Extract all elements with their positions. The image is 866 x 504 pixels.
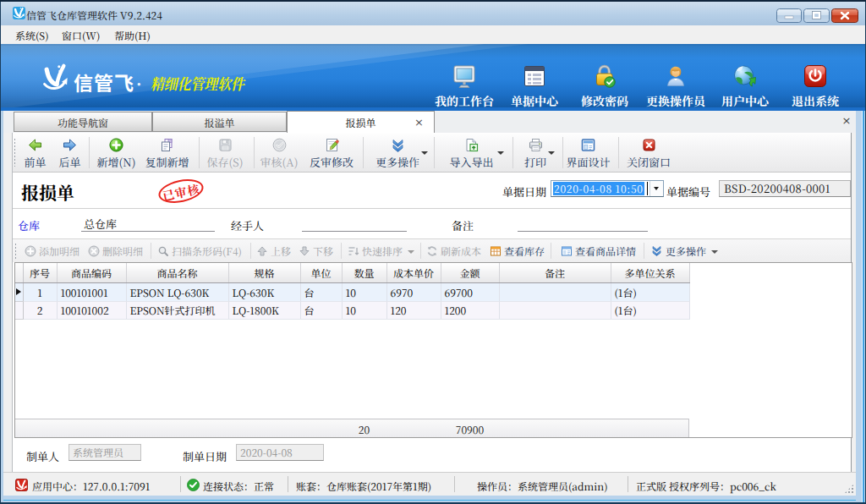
handler-field-underline[interactable] [302, 231, 407, 232]
menu-help[interactable]: 帮助(H) [114, 28, 151, 42]
banner-action-label: 单据中心 [499, 92, 570, 107]
toolbar-button-import-export[interactable]: 导入导出 [438, 135, 505, 170]
grid-column-header-9[interactable]: 备注 [499, 263, 611, 282]
toolbar-button-next-doc-arrow[interactable]: 后单 [52, 135, 87, 170]
grid-toolbar-button-move-up: 上移 [256, 239, 291, 262]
dropdown-caret-icon[interactable] [548, 151, 555, 155]
handler-label: 经手人 [231, 217, 264, 233]
dropdown-caret-icon[interactable] [408, 250, 414, 254]
toolbar-grip[interactable] [14, 138, 16, 167]
dropdown-caret-icon[interactable] [711, 250, 718, 254]
grid-cell[interactable]: 100101001 [57, 282, 126, 301]
tab-close-icon[interactable]: × [414, 118, 424, 127]
scan-barcode-icon [157, 244, 172, 258]
grid-cell[interactable]: 100101002 [57, 301, 126, 319]
toolbar-button-prev-doc-arrow[interactable]: 前单 [18, 135, 52, 170]
grid-column-header-4[interactable]: 规格 [228, 263, 300, 282]
grid-cell[interactable]: (1台) [611, 301, 689, 319]
tab-label: 报损单 [345, 115, 375, 129]
status-separator [628, 476, 628, 492]
menu-system[interactable]: 系统(S) [15, 28, 49, 42]
banner-action-documents[interactable]: 单据中心 [499, 63, 570, 106]
toolbar-button-add-new[interactable]: 新增(N) [92, 135, 140, 170]
tab-3[interactable]: 报损单× [287, 111, 435, 133]
grid-cell[interactable]: 1 [23, 282, 57, 301]
status-separator [454, 476, 455, 492]
grid-cell[interactable]: 10 [342, 301, 386, 319]
grid-cell[interactable]: EPSON针式打印机 [126, 301, 228, 319]
grid-column-header-3[interactable]: 商品名称 [126, 263, 228, 282]
tab-2[interactable]: 报溢单 [152, 112, 287, 132]
grid-toolbar-grip[interactable] [14, 243, 17, 259]
doc-date-dropdown-button[interactable] [650, 181, 663, 196]
banner-action-switch-user[interactable]: 更换操作员 [640, 63, 711, 106]
grid-column-header-7[interactable]: 成本单价 [386, 263, 441, 282]
grid-toolbar-button-label: 扫描条形码(F4) [172, 244, 242, 258]
grid-column-header-8[interactable]: 金额 [441, 263, 499, 282]
unaudit-edit-icon [304, 137, 359, 153]
doc-no-field[interactable]: BSD-20200408-0001 [719, 180, 851, 197]
grid-cell[interactable]: 台 [300, 282, 342, 301]
remark-field-underline[interactable] [518, 231, 648, 232]
warehouse-value[interactable]: 总仓库 [84, 216, 117, 232]
warehouse-field-underline[interactable] [81, 231, 215, 232]
toolbar-button-label: 打印 [524, 154, 546, 170]
grid-toolbar-separator [250, 243, 251, 259]
grid-column-header-10[interactable]: 多单位关系 [611, 263, 689, 282]
grid-cell[interactable]: 10 [342, 282, 386, 301]
status-connection: 连接状态：正常 [203, 479, 274, 493]
grid-column-header-2[interactable]: 商品编码 [57, 263, 126, 282]
grid-cell[interactable]: 120 [386, 301, 441, 319]
grid-toolbar-button-label: 刷新成本 [441, 244, 481, 258]
tab-1[interactable]: 功能导航窗 [14, 112, 152, 132]
titlebar[interactable]: 信管飞仓库管理软件 V9.2.424 [1, 2, 865, 25]
close-button[interactable] [831, 8, 858, 23]
view-stock-icon [490, 244, 504, 258]
grid-cell[interactable]: LQ-630K [228, 282, 300, 301]
grid-row-2[interactable]: 2100101002EPSON针式打印机LQ-1800K台101201200(1… [15, 301, 689, 319]
dropdown-caret-icon[interactable] [421, 151, 428, 155]
maximize-button[interactable] [803, 8, 830, 23]
grid-cell[interactable] [499, 282, 611, 301]
doc-date-combobox[interactable]: 2020-04-08 10:50 [551, 180, 664, 197]
grid-cell[interactable]: 台 [300, 301, 342, 319]
grid-column-header-6[interactable]: 数量 [342, 263, 386, 282]
grid-column-header-1[interactable]: 序号 [23, 263, 57, 282]
connection-ok-icon [187, 479, 200, 491]
dropdown-caret-icon[interactable] [497, 151, 504, 155]
toolbar-button-close-window[interactable]: 关闭窗口 [623, 135, 674, 170]
grid-cell[interactable] [499, 301, 611, 319]
audited-stamp: 已审核 [156, 176, 206, 207]
status-app-center: 应用中心：127.0.0.1:7091 [32, 479, 150, 493]
banner-action-workstation[interactable]: 我的工作台 [429, 63, 500, 106]
toolbar-button-label: 复制新增 [145, 154, 189, 170]
grid-cell[interactable]: 6970 [386, 282, 441, 301]
grid-cell[interactable]: 2 [23, 301, 57, 319]
menubar: 系统(S) 窗口(W) 帮助(H) [1, 25, 865, 44]
grid-toolbar-button-view-stock[interactable]: 查看库存 [490, 239, 545, 262]
grid-column-header-5[interactable]: 单位 [300, 263, 342, 282]
banner-action-exit-power[interactable]: 退出系统 [780, 63, 851, 106]
banner-action-password-lock[interactable]: 修改密码 [569, 63, 640, 106]
banner-action-user-center-globe[interactable]: 用户中心 [710, 63, 781, 106]
grid-row-1[interactable]: 1100101001EPSON LQ-630KLQ-630K台106970697… [15, 282, 689, 301]
minimize-button[interactable] [776, 8, 802, 23]
toolbar-button-unaudit-edit[interactable]: 反审修改 [304, 135, 359, 170]
toolbar-button-copy-new[interactable]: 复制新增 [141, 135, 193, 170]
toolbar-button-print[interactable]: 打印 [515, 135, 556, 170]
grid-cell[interactable]: 69700 [441, 282, 499, 301]
app-logo-icon [13, 7, 25, 19]
toolbar-button-more-actions-chevron[interactable]: 更多操作 [366, 135, 429, 170]
grid-toolbar-button-more-grid-actions[interactable]: 更多操作 [650, 239, 718, 262]
grid-toolbar-button-label: 查看商品详情 [575, 244, 636, 258]
menu-window[interactable]: 窗口(W) [62, 28, 100, 42]
resize-grip[interactable] [844, 484, 854, 494]
grid-cell[interactable]: LQ-1800K [228, 301, 300, 319]
grid-cell[interactable]: EPSON LQ-630K [126, 282, 228, 301]
grid-cell[interactable]: 1200 [441, 301, 499, 319]
toolbar-button-label: 界面设计 [566, 154, 610, 170]
grid-cell[interactable]: (1台) [611, 282, 689, 301]
grid-toolbar-button-view-product-detail[interactable]: 查看商品详情 [561, 239, 636, 262]
toolbar-button-ui-design[interactable]: 界面设计 [564, 135, 612, 170]
tabstrip-close-icon[interactable]: × [841, 115, 852, 127]
